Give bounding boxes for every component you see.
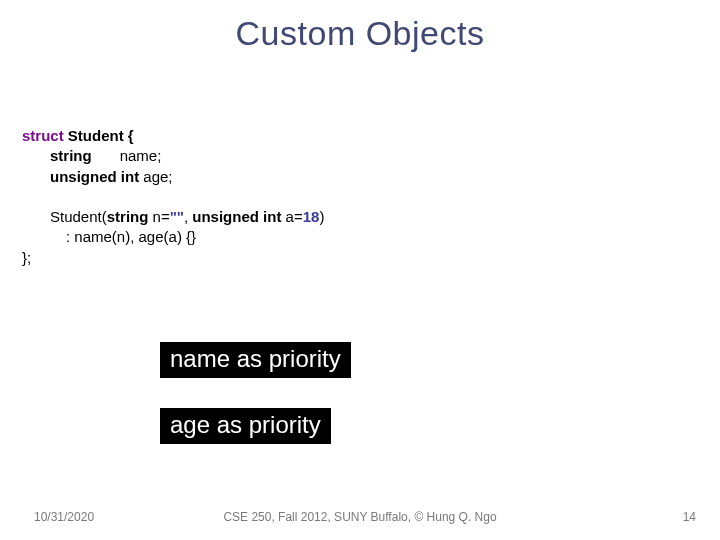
footer-center: CSE 250, Fall 2012, SUNY Buffalo, © Hung… [0,510,720,524]
ctor-param1-type: string [107,208,149,225]
type-unsigned-int: unsigned int [50,168,143,185]
ctor-param2-type: unsigned int [192,208,285,225]
highlight-box-name-priority: name as priority [160,342,351,378]
code-line-close: }; [22,248,324,268]
semicolon: ; [168,168,172,185]
type-string: string [50,147,92,164]
slide-title: Custom Objects [0,14,720,53]
ctor-initializer: : name(n), age(a) {} [66,228,196,245]
ctor-param1-string: "" [170,208,184,225]
struct-name: Student { [64,127,134,144]
code-block: struct Student { stringname; unsigned in… [22,126,324,268]
ctor-param1-rest: n= [148,208,169,225]
field-age: age [143,168,168,185]
ctor-close-paren: ) [319,208,324,225]
semicolon: ; [157,147,161,164]
code-line-ctor: Student(string n="", unsigned int a=18) [22,207,324,227]
code-line-init: : name(n), age(a) {} [22,227,324,247]
footer-page-number: 14 [683,510,696,524]
ctor-param2-val: 18 [303,208,320,225]
ctor-param2-rest: a= [286,208,303,225]
ctor-comma: , [184,208,192,225]
ctor-name: Student( [50,208,107,225]
field-name: name [120,147,158,164]
keyword-struct: struct [22,127,64,144]
code-blank-line [22,187,324,207]
highlight-box-age-priority: age as priority [160,408,331,444]
code-line-3: unsigned int age; [22,167,324,187]
code-line-2: stringname; [22,146,324,166]
code-line-1: struct Student { [22,126,324,146]
struct-close: }; [22,249,31,266]
